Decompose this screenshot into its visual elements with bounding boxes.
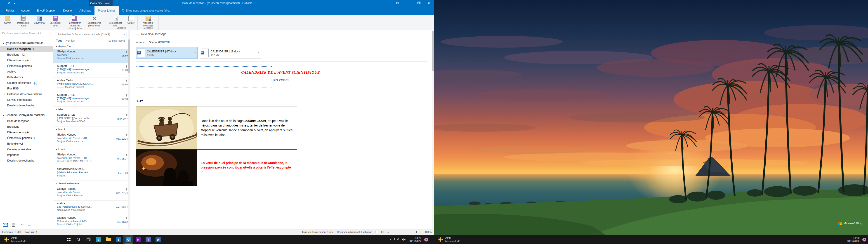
sort-order[interactable]: Le plus récent ↓ — [108, 39, 127, 42]
message-list-scrollbar[interactable] — [128, 30, 130, 228]
folder-item[interactable]: Dossiers de recherche — [0, 158, 53, 163]
contextual-tab-header[interactable]: Outils Pièce jointe — [89, 0, 113, 6]
email-list-item[interactable]: Support EPLE [CTM][SNE] Votre message ..… — [53, 92, 130, 106]
ribbon-button[interactable]: Impression rapide — [13, 15, 33, 27]
ribbon-button[interactable]: Sélectionner tout — [105, 15, 125, 27]
email-group-header[interactable]: ▴ Semaine dernière — [53, 181, 130, 186]
ribbon-tab[interactable]: Envoi/réception — [33, 6, 60, 15]
restore-button[interactable] — [413, 0, 424, 6]
taskbar-app-button[interactable]: T — [143, 235, 153, 244]
start-button[interactable] — [64, 235, 74, 244]
mail-nav-icon[interactable] — [3, 223, 8, 226]
ribbon-button[interactable]: Enregistrer sous — [46, 15, 65, 27]
email-list-item[interactable]: Gladys Houcou calendrier de l'avent Bonj… — [53, 186, 130, 201]
ribbon-tab[interactable]: Pièces jointes — [94, 6, 119, 15]
send-receive-icon[interactable] — [2, 2, 5, 4]
filter-unread[interactable]: Non lus — [66, 39, 75, 42]
account-header[interactable]: ◢ Coraline.Banny@ac-martiniq... — [0, 111, 53, 118]
people-nav-icon[interactable] — [20, 223, 24, 226]
close-button[interactable]: ✕ — [424, 0, 434, 6]
back-to-message[interactable]: ← Revenir au message — [136, 30, 427, 38]
notification-badge[interactable]: 8 — [424, 238, 428, 242]
email-group-header[interactable]: ▴ Hier — [53, 106, 130, 112]
email-list-item[interactable]: Gladys Houcou calendrier de l'avent J -1… — [53, 152, 130, 166]
collapse-folder-pane-icon[interactable]: ‹ — [51, 31, 51, 35]
minimize-button[interactable]: ─ — [403, 0, 413, 6]
zoom-slider[interactable] — [392, 232, 417, 232]
network-icon[interactable] — [394, 238, 399, 242]
folder-item[interactable]: Dossiers de recherche — [0, 102, 53, 108]
folder-item[interactable]: Flux RSS — [0, 86, 53, 91]
taskbar-app-button[interactable]: S — [114, 235, 123, 244]
ribbon-button[interactable]: Enregistrer toutes les pièces jointes — [65, 15, 85, 29]
search-button[interactable] — [74, 235, 84, 244]
taskbar-app-button[interactable] — [103, 235, 114, 244]
email-list-item[interactable]: contact@visiativ-edu... [Visiativ Educat… — [53, 166, 130, 181]
task-view-button[interactable] — [84, 235, 94, 244]
notification-badge-secondary[interactable]: 8 — [862, 238, 866, 242]
ribbon-button[interactable]: Copier — [125, 15, 137, 24]
email-list-item[interactable]: Gladys Houcou calendrier de l'avent J -1… — [53, 132, 130, 146]
zoom-out-icon[interactable]: – — [388, 231, 389, 233]
folder-item[interactable]: Important — [0, 152, 53, 158]
ribbon-button[interactable]: Afficher le message — [138, 15, 158, 27]
ribbon-tab[interactable]: Dossier — [60, 6, 76, 15]
folder-item[interactable]: Service Informatique — [0, 97, 53, 102]
folder-item[interactable]: Boîte d'envoi — [0, 141, 53, 146]
attachment-dropdown-icon[interactable]: ▾ — [194, 52, 195, 54]
attachment-card[interactable]: CALENDRIER j-19.docx 217 KB ▾ — [200, 47, 261, 59]
email-list-item[interactable]: Support EPLE [LPO ZOBEL][Bordereau Réc..… — [53, 112, 130, 126]
account-header[interactable]: ◢ lyc.joseph.zobel@hotmail.fr — [0, 39, 53, 46]
weather-widget[interactable]: 29°C Très ensoleillé — [1, 235, 28, 244]
ribbon-button[interactable]: Ouvrir — [2, 15, 13, 24]
taskbar-app-button[interactable]: W — [153, 235, 163, 244]
zoom-in-icon[interactable]: + — [420, 231, 421, 233]
ribbon-tab[interactable]: Accueil — [18, 6, 33, 15]
calendar-nav-icon[interactable] — [12, 223, 16, 226]
email-list-item[interactable]: Gladys Houcou calendrier Bonjour Cédric … — [53, 49, 130, 63]
ribbon-display-options-button[interactable] — [393, 0, 403, 6]
ribbon-button[interactable]: Envoyer à — [33, 15, 46, 24]
email-list-item[interactable]: Abdas Cedric Fwd: POUR TRANSMISSION.... … — [53, 78, 130, 92]
folder-item[interactable]: Brouillons [2] — [0, 52, 53, 57]
taskbar-app-button[interactable]: N — [133, 235, 143, 244]
ribbon-button[interactable]: Supprimer la pièce jointe — [85, 15, 104, 27]
folder-item[interactable]: Éléments envoyés — [0, 57, 53, 63]
email-list-item[interactable]: Support EPLE [CTM][SNE] Votre message ..… — [53, 63, 130, 78]
folder-item[interactable]: Éléments supprimés — [0, 63, 53, 69]
taskbar-clock[interactable]: 13:28 08/12/2022 — [409, 236, 421, 243]
ribbon-tab[interactable]: Affichage — [76, 6, 94, 15]
tell-me-box[interactable]: Dites-nous ce que vous voulez faire.. — [122, 6, 170, 15]
email-group-header[interactable]: ▴ Lundi — [53, 146, 130, 152]
folder-item[interactable]: Boîte de réception — [0, 118, 53, 124]
folder-item[interactable]: Boîte de réception 1 — [0, 46, 53, 52]
folder-item[interactable]: Éléments supprimés 1 — [0, 135, 53, 141]
folder-item[interactable]: Courrier indésirable [9] — [0, 80, 53, 86]
email-group-header[interactable]: ▴ Aujourd'hui — [53, 43, 130, 49]
customize-quick-access-icon[interactable]: ▾ — [13, 2, 15, 5]
taskbar-app-button[interactable]: e — [94, 235, 103, 244]
folder-item[interactable]: Archive — [0, 69, 53, 74]
email-list-item[interactable]: Gladys Houcou Calendrier de l'avent J-23… — [53, 215, 130, 228]
undo-icon[interactable]: ↺ — [8, 2, 10, 5]
hidden-icons-chevron[interactable]: ∧ — [389, 238, 391, 241]
folder-item[interactable]: Éléments envoyés — [0, 129, 53, 135]
email-list-item[interactable]: aratice Les Perspectives du Secteur... N… — [53, 201, 130, 215]
folder-item[interactable]: Brouillons — [0, 124, 53, 129]
zoom-level[interactable]: 100 % — [425, 231, 432, 233]
search-input[interactable]: Rechercher Boîte aux lettres actuelle (C… — [56, 32, 127, 37]
email-group-header[interactable]: ▴ Mardi — [53, 126, 130, 132]
reading-view-icon[interactable] — [381, 231, 384, 233]
volume-icon[interactable] — [402, 238, 406, 241]
taskbar-app-button[interactable]: O — [123, 235, 133, 244]
folder-item[interactable]: ▷ Historique des conversations — [0, 91, 53, 97]
filter-all[interactable]: Tous — [56, 39, 62, 42]
reading-pane-scrollbar[interactable] — [432, 30, 434, 228]
search-scope-chevron-icon[interactable]: ▾ — [123, 33, 125, 36]
weather-widget-secondary[interactable]: 29°C Très ensoleillé — [435, 235, 462, 244]
attachment-card[interactable]: CALENDRIER j-17.docx 63 KB ▾ — [136, 47, 197, 59]
ribbon-tab[interactable]: Fichier — [2, 6, 18, 15]
attachment-dropdown-icon[interactable]: ▾ — [258, 52, 259, 54]
folder-item[interactable]: Courrier indésirable — [0, 146, 53, 152]
taskbar-clock-secondary[interactable]: 13:28 08/12/2022 — [847, 236, 860, 243]
